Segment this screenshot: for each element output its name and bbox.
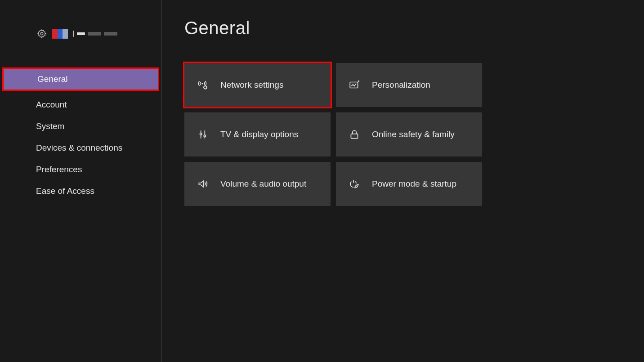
tile-label: Online safety & family xyxy=(372,130,455,139)
network-icon xyxy=(197,79,209,91)
nav-item-account[interactable]: Account xyxy=(0,94,161,115)
nav-item-devices[interactable]: Devices & connections xyxy=(0,138,161,158)
nav-item-ease-of-access[interactable]: Ease of Access xyxy=(0,181,161,201)
tile-network-settings[interactable]: Network settings xyxy=(184,63,331,107)
username-redacted xyxy=(73,31,117,37)
nav-item-preferences[interactable]: Preferences xyxy=(0,159,161,180)
tiles-grid: Network settings Personalization TV xyxy=(184,63,622,206)
tile-power-startup[interactable]: Power mode & startup xyxy=(336,162,482,206)
tile-label: Network settings xyxy=(220,80,283,90)
sidebar: General Account System Devices & connect… xyxy=(0,0,162,362)
svg-point-0 xyxy=(40,32,43,35)
nav-item-label: Preferences xyxy=(36,165,82,174)
power-eco-icon xyxy=(349,178,360,190)
profile-header xyxy=(0,25,161,43)
nav-item-label: Devices & connections xyxy=(36,143,122,152)
svg-point-4 xyxy=(200,133,202,135)
nav-item-label: System xyxy=(36,121,64,131)
page-title: General xyxy=(184,18,622,38)
svg-point-5 xyxy=(204,135,206,137)
tile-personalization[interactable]: Personalization xyxy=(336,63,482,107)
volume-icon xyxy=(197,178,209,190)
gear-icon xyxy=(37,29,47,39)
svg-rect-6 xyxy=(351,134,358,139)
settings-nav: General Account System Devices & connect… xyxy=(0,67,161,201)
main-content: General Network settings xyxy=(162,0,644,362)
tile-label: TV & display options xyxy=(220,130,298,139)
svg-point-1 xyxy=(201,83,203,84)
tile-label: Volume & audio output xyxy=(220,179,306,189)
nav-item-general[interactable]: General xyxy=(2,67,159,91)
nav-item-label: Account xyxy=(36,100,67,109)
tile-label: Personalization xyxy=(372,80,430,90)
nav-item-label: General xyxy=(37,74,68,84)
lock-icon xyxy=(349,129,360,140)
tile-volume-audio[interactable]: Volume & audio output xyxy=(184,162,331,206)
nav-item-system[interactable]: System xyxy=(0,116,161,137)
tv-display-icon xyxy=(197,129,209,140)
tile-label: Power mode & startup xyxy=(372,179,456,189)
nav-item-label: Ease of Access xyxy=(36,186,94,196)
avatar xyxy=(52,29,68,39)
personalization-icon xyxy=(349,79,360,91)
tile-online-safety[interactable]: Online safety & family xyxy=(336,112,482,156)
tile-tv-display[interactable]: TV & display options xyxy=(184,112,331,156)
